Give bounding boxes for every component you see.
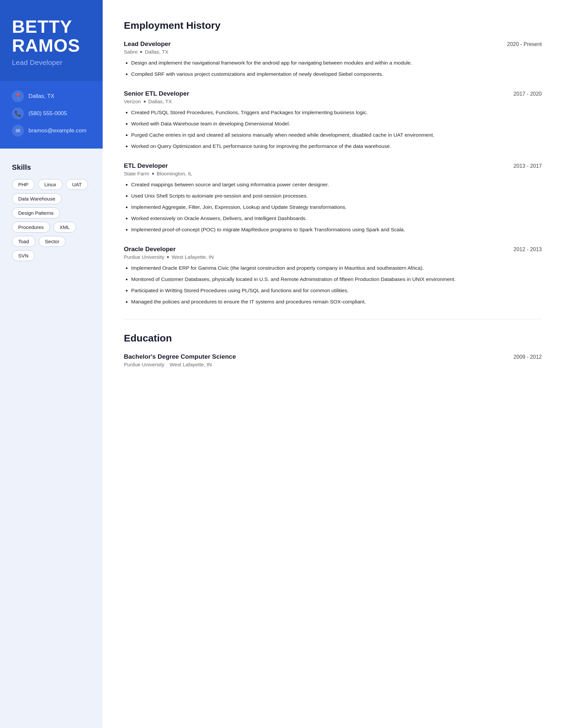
email-icon: ✉ [12, 125, 24, 137]
company-name: State Farm [124, 171, 149, 177]
job-title: Lead Developer [124, 40, 171, 48]
job-company: State FarmBloomington, IL [124, 171, 542, 177]
phone-icon: 📞 [12, 108, 24, 119]
list-item: Worked on Query Optimization and ETL per… [131, 142, 542, 150]
list-item: Worked extensively on Oracle Answers, De… [131, 214, 542, 222]
contact-phone: 📞 (580) 555-0005 [12, 108, 91, 119]
job-header: Senior ETL Developer2017 - 2020 [124, 90, 542, 97]
job-dates: 2013 - 2017 [514, 163, 542, 169]
list-item: Implemented proof-of-concept (POC) to mi… [131, 226, 542, 234]
edu-dates: 2009 - 2012 [514, 354, 542, 360]
list-item: Purged Cache entries in rpd and cleared … [131, 131, 542, 139]
job-bullets: Design and implement the navigational fr… [124, 59, 542, 78]
job-block: Lead Developer2020 - PresentSabreDallas,… [124, 40, 542, 78]
contact-location: 📍 Dallas, TX [12, 90, 91, 102]
job-header: ETL Developer2013 - 2017 [124, 162, 542, 169]
company-location: West Lafayette, IN [171, 254, 213, 260]
edu-block: Bachelor's Degree Computer Science2009 -… [124, 353, 542, 368]
job-company: VerizonDallas, TX [124, 99, 542, 105]
skill-tag: XML [53, 222, 76, 233]
skill-tag: UAT [66, 179, 88, 190]
main-content: Employment History Lead Developer2020 - … [103, 0, 563, 728]
list-item: Participated in Writting Stored Procedur… [131, 287, 542, 295]
company-location: Dallas, TX [145, 49, 168, 55]
contact-email: ✉ bramos@example.com [12, 125, 91, 137]
edu-header: Bachelor's Degree Computer Science2009 -… [124, 353, 542, 360]
list-item: Implemented Oracle ERP for Gamma Civic (… [131, 264, 542, 272]
list-item: Monitored of Customer Databases, physica… [131, 275, 542, 283]
skill-tag: Procedures [12, 222, 50, 233]
company-location: Dallas, TX [148, 99, 172, 105]
contact-section: 📍 Dallas, TX 📞 (580) 555-0005 ✉ bramos@e… [0, 81, 103, 149]
resume-wrapper: BETTY RAMOS Lead Developer 📍 Dallas, TX … [0, 0, 563, 728]
job-header: Lead Developer2020 - Present [124, 40, 542, 48]
dot-separator [144, 101, 146, 103]
job-title: Oracle Developer [124, 246, 175, 253]
job-title: ETL Developer [124, 162, 168, 169]
skill-tag: Toad [12, 236, 35, 247]
sidebar: BETTY RAMOS Lead Developer 📍 Dallas, TX … [0, 0, 103, 728]
candidate-title: Lead Developer [12, 59, 91, 67]
list-item: Created mappings between source and targ… [131, 181, 542, 189]
list-item: Created PL/SQL Stored Procedures, Functi… [131, 109, 542, 116]
section-divider [124, 319, 542, 319]
job-dates: 2020 - Present [507, 41, 542, 47]
skill-tag: SVN [12, 250, 35, 261]
job-dates: 2017 - 2020 [514, 91, 542, 97]
list-item: Design and implement the navigational fr… [131, 59, 542, 67]
company-name: Verizon [124, 99, 141, 105]
list-item: Compiled SRF with various project custom… [131, 70, 542, 78]
sidebar-header: BETTY RAMOS Lead Developer [0, 0, 103, 81]
job-bullets: Created PL/SQL Stored Procedures, Functi… [124, 109, 542, 150]
jobs-container: Lead Developer2020 - PresentSabreDallas,… [124, 40, 542, 306]
company-name: Purdue University [124, 254, 164, 260]
skill-tag: Design Patterns [12, 207, 60, 218]
skills-section: Skills PHPLinuxUATData WarehouseDesign P… [0, 149, 103, 728]
candidate-name: BETTY RAMOS [12, 17, 91, 55]
education-heading: Education [124, 333, 542, 344]
skills-tags-container: PHPLinuxUATData WarehouseDesign Patterns… [12, 179, 91, 261]
job-company: SabreDallas, TX [124, 49, 542, 55]
school-name: Purdue University [124, 362, 164, 368]
job-header: Oracle Developer2012 - 2013 [124, 246, 542, 253]
skill-tag: Sector [39, 236, 66, 247]
company-location: Bloomington, IL [157, 171, 192, 177]
job-company: Purdue UniversityWest Lafayette, IN [124, 254, 542, 260]
edu-school: Purdue UniversityWest Lafayette, IN [124, 362, 542, 368]
skill-tag: PHP [12, 179, 35, 190]
skill-tag: Linux [38, 179, 63, 190]
employment-heading: Employment History [124, 20, 542, 31]
location-icon: 📍 [12, 90, 24, 102]
dot-separator [167, 256, 169, 258]
skills-heading: Skills [12, 163, 91, 172]
list-item: Implemented Aggregate, Filter, Join, Exp… [131, 203, 542, 211]
skill-tag: Data Warehouse [12, 193, 62, 204]
job-block: Oracle Developer2012 - 2013Purdue Univer… [124, 246, 542, 306]
job-block: ETL Developer2013 - 2017State FarmBloomi… [124, 162, 542, 234]
list-item: Worked with Data Warehouse team in devel… [131, 120, 542, 128]
school-location: West Lafayette, IN [169, 362, 211, 368]
job-dates: 2012 - 2013 [514, 247, 542, 252]
job-bullets: Created mappings between source and targ… [124, 181, 542, 234]
job-bullets: Implemented Oracle ERP for Gamma Civic (… [124, 264, 542, 306]
edu-degree: Bachelor's Degree Computer Science [124, 353, 236, 360]
dot-separator [152, 173, 154, 175]
list-item: Used Unix Shell Scripts to automate pre-… [131, 192, 542, 200]
dot-separator [140, 51, 142, 53]
company-name: Sabre [124, 49, 137, 55]
list-item: Managed the policies and procedures to e… [131, 298, 542, 306]
job-block: Senior ETL Developer2017 - 2020VerizonDa… [124, 90, 542, 150]
job-title: Senior ETL Developer [124, 90, 189, 97]
education-container: Bachelor's Degree Computer Science2009 -… [124, 353, 542, 368]
